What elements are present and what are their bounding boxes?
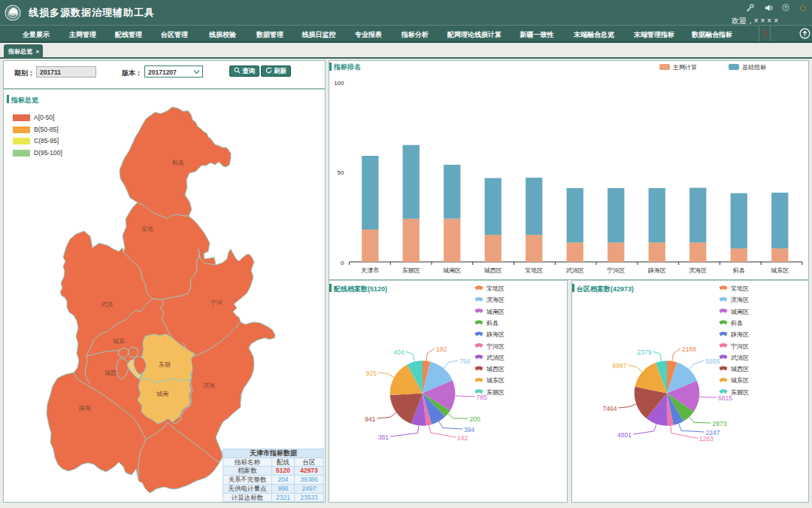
svg-text:50: 50: [338, 169, 344, 176]
svg-text:主网计算: 主网计算: [672, 64, 697, 71]
svg-text:?: ?: [784, 5, 787, 10]
svg-text:城西区: 城西区: [730, 366, 749, 373]
svg-text:381: 381: [378, 433, 389, 441]
svg-text:东丽区: 东丽区: [402, 267, 420, 274]
svg-text:城东: 城东: [112, 338, 125, 345]
svg-text:100: 100: [334, 80, 344, 87]
svg-text:城东区: 城东区: [486, 377, 504, 384]
svg-text:785: 785: [477, 394, 487, 401]
svg-text:宝坻区: 宝坻区: [731, 285, 749, 292]
svg-text:394: 394: [464, 426, 474, 433]
svg-text:2379: 2379: [638, 348, 652, 356]
svg-text:192: 192: [436, 345, 447, 353]
svg-text:城西区: 城西区: [483, 267, 502, 274]
svg-text:天津市: 天津市: [361, 267, 379, 274]
svg-text:142: 142: [457, 434, 468, 442]
svg-text:蓟县: 蓟县: [486, 320, 498, 327]
svg-text:宁河区: 宁河区: [607, 267, 625, 274]
svg-text:基础指标: 基础指标: [742, 64, 766, 71]
svg-text:武清区: 武清区: [731, 354, 749, 361]
svg-text:蓟县: 蓟县: [733, 267, 745, 274]
svg-text:静海区: 静海区: [648, 267, 666, 274]
svg-text:武清区: 武清区: [566, 267, 584, 274]
svg-text:滨海: 滨海: [203, 382, 215, 389]
svg-text:城东区: 城东区: [730, 377, 749, 384]
svg-text:宁河区: 宁河区: [486, 343, 504, 350]
svg-text:武清区: 武清区: [486, 354, 504, 361]
svg-text:静海区: 静海区: [486, 331, 504, 338]
svg-text:城南区: 城南区: [442, 267, 461, 274]
svg-text:滨海区: 滨海区: [486, 297, 504, 303]
svg-text:城南: 城南: [156, 391, 169, 397]
svg-text:滨海区: 滨海区: [731, 297, 749, 303]
svg-text:东丽区: 东丽区: [486, 389, 504, 396]
svg-text:宝坻: 宝坻: [141, 226, 153, 233]
svg-text:2188: 2188: [682, 345, 696, 353]
svg-text:2973: 2973: [713, 420, 727, 427]
svg-text:0: 0: [341, 260, 344, 266]
svg-text:宝坻区: 宝坻区: [486, 285, 504, 292]
svg-text:城西区: 城西区: [486, 366, 504, 373]
svg-text:静海区: 静海区: [731, 331, 749, 338]
svg-text:东丽: 东丽: [159, 361, 171, 368]
svg-text:城西: 城西: [104, 370, 117, 376]
svg-text:宝坻区: 宝坻区: [525, 267, 543, 274]
svg-text:东丽区: 东丽区: [731, 389, 749, 396]
svg-text:200: 200: [470, 415, 480, 423]
svg-text:城东区: 城东区: [770, 267, 789, 274]
svg-text:756: 756: [459, 357, 470, 365]
svg-text:武清: 武清: [101, 301, 113, 308]
svg-text:925: 925: [366, 370, 377, 377]
svg-text:404: 404: [393, 348, 404, 356]
svg-text:7464: 7464: [603, 405, 617, 412]
svg-text:宁河: 宁河: [211, 300, 223, 306]
svg-text:城南区: 城南区: [730, 309, 749, 315]
svg-text:5856: 5856: [706, 357, 720, 365]
svg-text:滨海区: 滨海区: [689, 267, 707, 274]
svg-text:1263: 1263: [699, 435, 714, 443]
svg-text:蓟县: 蓟县: [172, 160, 184, 166]
svg-text:4801: 4801: [617, 431, 632, 439]
svg-text:941: 941: [365, 415, 375, 423]
svg-text:蓟县: 蓟县: [731, 320, 743, 327]
svg-text:城南区: 城南区: [486, 309, 504, 315]
svg-text:6987: 6987: [613, 362, 627, 370]
svg-text:静海: 静海: [79, 405, 91, 412]
svg-text:宁河区: 宁河区: [731, 343, 749, 350]
